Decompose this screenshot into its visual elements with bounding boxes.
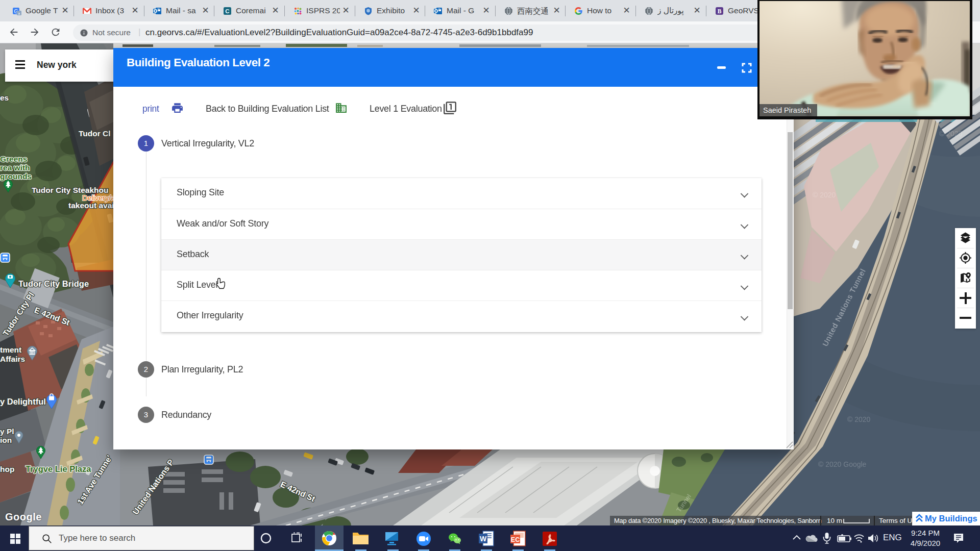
svg-text:© 2020: © 2020 <box>847 415 871 423</box>
svg-text:© 2020: © 2020 <box>939 130 963 138</box>
svg-text:© 2020 Google: © 2020 Google <box>818 460 867 468</box>
svg-text:rea with: rea with <box>0 163 30 172</box>
svg-text:B: B <box>718 8 722 14</box>
svg-text:Tudor Cl: Tudor Cl <box>79 129 111 138</box>
svg-text:EC: EC <box>511 536 520 543</box>
svg-text:ion: ion <box>0 436 12 444</box>
svg-text:Tudor City Bridge: Tudor City Bridge <box>18 279 89 288</box>
svg-text:Affairs: Affairs <box>0 355 25 363</box>
svg-text:grounds: grounds <box>0 172 32 181</box>
svg-text:y Pl: y Pl <box>0 427 14 436</box>
svg-text:Delivery/a: Delivery/a <box>82 194 115 202</box>
svg-text:C: C <box>225 8 229 14</box>
svg-text:Greens: Greens <box>0 155 27 163</box>
svg-text:es: es <box>0 93 9 102</box>
svg-text:tment: tment <box>0 345 21 354</box>
svg-text:W: W <box>480 535 487 543</box>
svg-text:y Delightful: y Delightful <box>0 397 46 406</box>
svg-text:x: x <box>18 11 20 16</box>
svg-text:hop: hop <box>0 465 14 473</box>
svg-text:© 2020: © 2020 <box>813 191 836 199</box>
svg-text:Saeid Pirasteh: Saeid Pirasteh <box>763 106 811 114</box>
svg-text:Trygve Lie Plaza: Trygve Lie Plaza <box>26 464 91 473</box>
svg-text:Tudor City Steakhou: Tudor City Steakhou <box>32 186 108 194</box>
